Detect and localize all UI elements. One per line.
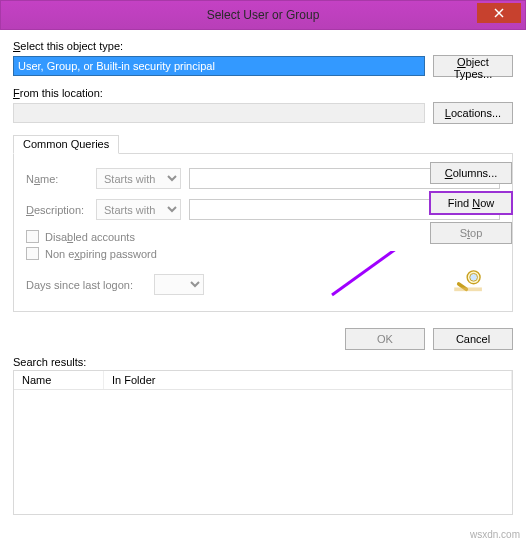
close-icon xyxy=(494,8,504,18)
name-label: Name: xyxy=(26,173,88,185)
non-expiring-password-label: Non expiring password xyxy=(45,248,157,260)
locations-button[interactable]: Locations... xyxy=(433,102,513,124)
watermark: wsxdn.com xyxy=(470,529,520,540)
dialog-content: Select this object type: Object Types...… xyxy=(0,30,526,515)
object-type-label: Select this object type: xyxy=(13,40,513,52)
search-results-label: Search results: xyxy=(13,356,513,368)
find-now-button[interactable]: Find Now xyxy=(430,192,512,214)
results-header: Name In Folder xyxy=(14,371,512,390)
description-label: Description: xyxy=(26,204,88,216)
non-expiring-password-checkbox[interactable] xyxy=(26,247,39,260)
object-type-input[interactable] xyxy=(13,56,425,76)
titlebar: Select User or Group xyxy=(0,0,526,30)
name-match-combo[interactable]: Starts with xyxy=(96,168,181,189)
columns-button[interactable]: Columns... xyxy=(430,162,512,184)
svg-rect-5 xyxy=(454,287,482,291)
description-match-combo[interactable]: Starts with xyxy=(96,199,181,220)
object-types-button[interactable]: Object Types... xyxy=(433,55,513,77)
disabled-accounts-label: Disabled accounts xyxy=(45,231,135,243)
days-since-combo[interactable] xyxy=(154,274,204,295)
stop-button[interactable]: Stop xyxy=(430,222,512,244)
from-location-label: From this location: xyxy=(13,87,513,99)
tab-common-queries[interactable]: Common Queries xyxy=(13,135,119,154)
window-title: Select User or Group xyxy=(207,8,320,22)
column-in-folder[interactable]: In Folder xyxy=(104,371,512,389)
days-since-label: Days since last logon: xyxy=(26,279,146,291)
disabled-accounts-checkbox[interactable] xyxy=(26,230,39,243)
ok-button[interactable]: OK xyxy=(345,328,425,350)
search-results-list[interactable]: Name In Folder xyxy=(13,370,513,515)
svg-point-3 xyxy=(470,273,478,281)
column-name[interactable]: Name xyxy=(14,371,104,389)
search-icon xyxy=(454,269,484,293)
close-button[interactable] xyxy=(477,3,521,23)
cancel-button[interactable]: Cancel xyxy=(433,328,513,350)
location-input[interactable] xyxy=(13,103,425,123)
